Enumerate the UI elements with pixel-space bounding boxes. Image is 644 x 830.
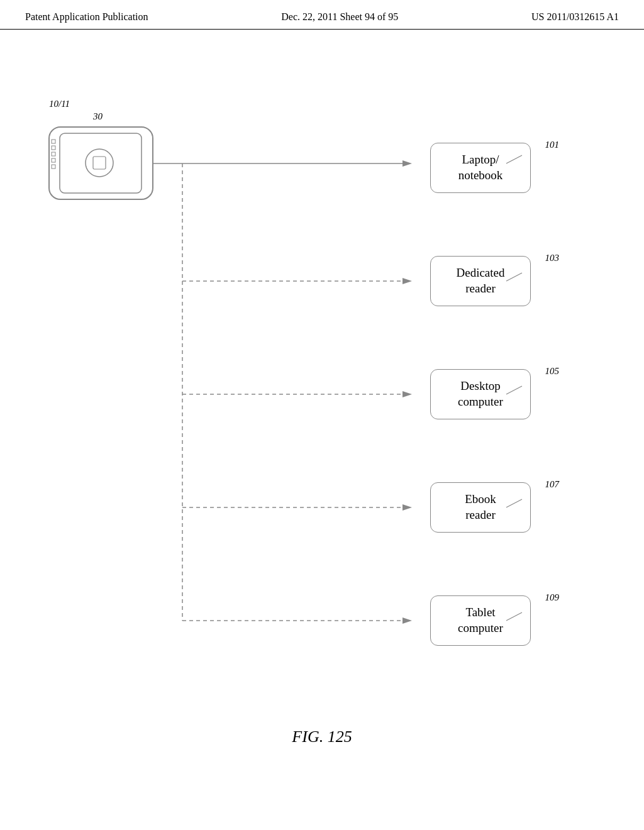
svg-rect-7: [52, 158, 55, 162]
header-right: US 2011/0312615 A1: [531, 11, 619, 23]
diagram-area: 10/11 30 Laptop/notebook Dedicatedreader…: [0, 30, 644, 784]
node-ebook: Ebookreader: [430, 482, 531, 533]
header-left: Patent Application Publication: [25, 11, 148, 23]
device-label-sub: 30: [93, 111, 103, 122]
svg-marker-17: [402, 504, 412, 511]
node-laptop: Laptop/notebook: [430, 143, 531, 193]
node-desktop: Desktopcomputer: [430, 369, 531, 419]
svg-marker-10: [402, 160, 412, 167]
svg-rect-6: [52, 152, 55, 156]
svg-point-2: [86, 149, 113, 177]
svg-marker-19: [402, 617, 412, 624]
svg-rect-3: [93, 157, 106, 169]
node-laptop-label: Laptop/notebook: [458, 152, 503, 183]
device-label-main: 10/11: [49, 99, 70, 109]
node-tablet: Tabletcomputer: [430, 595, 531, 646]
node-desktop-label: Desktopcomputer: [458, 379, 503, 409]
ref-109: 109: [545, 592, 560, 603]
svg-rect-0: [49, 127, 153, 199]
ref-107: 107: [545, 479, 560, 490]
svg-marker-15: [402, 391, 412, 397]
node-tablet-label: Tabletcomputer: [458, 605, 503, 636]
ref-103: 103: [545, 253, 560, 263]
svg-marker-13: [402, 278, 412, 284]
header-center: Dec. 22, 2011 Sheet 94 of 95: [281, 11, 398, 23]
fig-caption: FIG. 125: [292, 728, 352, 746]
svg-rect-5: [52, 146, 55, 150]
ref-101: 101: [545, 140, 560, 150]
ref-105: 105: [545, 366, 560, 377]
svg-rect-8: [52, 165, 55, 169]
page-header: Patent Application Publication Dec. 22, …: [0, 0, 644, 30]
node-dedicated-reader: Dedicatedreader: [430, 256, 531, 306]
node-ebook-label: Ebookreader: [465, 492, 496, 523]
svg-rect-4: [52, 140, 55, 143]
svg-rect-1: [60, 133, 142, 193]
node-dedicated-reader-label: Dedicatedreader: [456, 265, 504, 296]
